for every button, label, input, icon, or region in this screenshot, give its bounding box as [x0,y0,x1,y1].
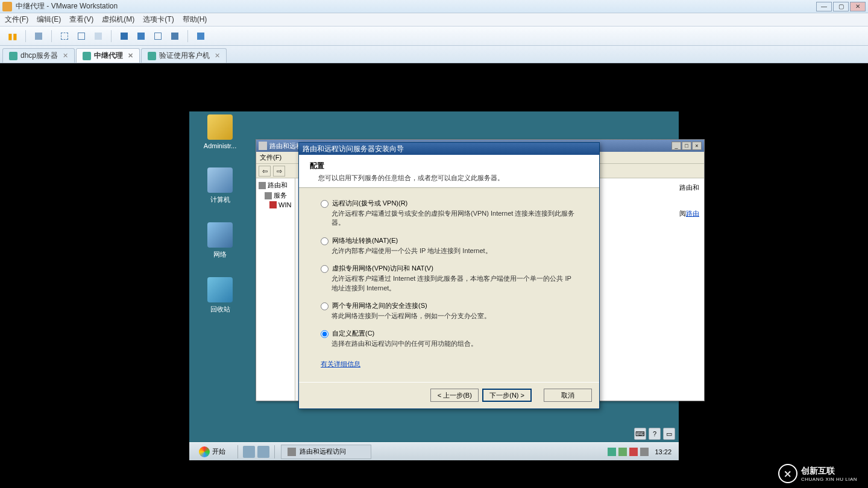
menu-edit[interactable]: 编辑(E) [37,14,61,25]
radio-remote-access[interactable]: 远程访问(拨号或 VPN)(R) [321,199,577,208]
view-fullscreen-icon[interactable] [168,30,181,43]
tab-label: 验证使用客户机 [159,51,210,61]
tab-close-icon[interactable]: ✕ [63,52,68,60]
tab-relay-agent[interactable]: 中继代理 ✕ [76,48,140,63]
tray-security-icon[interactable] [618,448,627,456]
radio-input[interactable] [321,265,329,273]
guest-viewport: Administr... 计算机 网络 回收站 路由和远程 _ [0,63,868,488]
snapshot-icon[interactable] [32,30,45,43]
tree-label: WIN [278,201,291,208]
radio-input[interactable] [321,200,329,208]
desktop-icon-network[interactable]: 网络 [198,222,242,259]
vm-icon [83,52,91,60]
show-desktop-icon[interactable]: ▭ [663,428,675,440]
mmc-routing-link[interactable]: 路由 [686,210,699,217]
wizard-header-desc: 您可以启用下列服务的任意组合，或者您可以自定义此服务器。 [318,174,588,183]
mmc-tree-panel[interactable]: 路由和 服务 WIN [256,178,295,401]
vmware-toolbar: ▮▮ [0,27,868,46]
task-icon [288,448,296,456]
start-button[interactable]: 开始 [193,444,231,460]
desktop-icon-computer[interactable]: 计算机 [198,167,242,204]
radio-label: 网络地址转换(NAT)(E) [332,236,398,245]
guest-desktop[interactable]: Administr... 计算机 网络 回收站 路由和远程 _ [189,111,679,460]
pause-icon[interactable]: ▮▮ [6,30,19,43]
quick-launch [241,446,272,458]
wizard-footer: < 上一步(B) 下一步(N) > 取消 [299,382,599,408]
maximize-button[interactable]: □ [682,142,691,150]
help-icon[interactable]: ? [649,428,661,440]
menu-tabs[interactable]: 选项卡(T) [143,14,174,25]
tray-alert-icon[interactable] [629,448,638,456]
radio-input[interactable] [321,330,329,338]
view-cycle-icon[interactable] [194,30,207,43]
radio-secure-connect[interactable]: 两个专用网络之间的安全连接(S) [321,301,577,310]
tab-close-icon[interactable]: ✕ [215,52,220,60]
view-console-icon[interactable] [118,30,131,43]
minimize-button[interactable]: — [816,2,832,11]
snapshot-manager-icon[interactable] [92,30,105,43]
tab-verify-client[interactable]: 验证使用客户机 ✕ [141,48,227,63]
tree-win[interactable]: WIN [269,201,292,208]
option-remote-access: 远程访问(拨号或 VPN)(R) 允许远程客户端通过拨号或安全的虚拟专用网络(V… [321,199,577,228]
wizard-titlebar[interactable]: 路由和远程访问服务器安装向导 [299,143,599,155]
desktop-icon-administrator[interactable]: Administr... [198,114,242,149]
option-custom: 自定义配置(C) 选择在路由和远程访问中的任何可用功能的组合。 [321,329,577,348]
menu-file[interactable]: 文件(F) [5,14,28,25]
maximize-button[interactable]: ▢ [833,2,849,11]
nav-forward-icon[interactable]: ⇨ [273,166,285,177]
menu-help[interactable]: 帮助(H) [183,14,207,25]
nav-back-icon[interactable]: ⇦ [259,166,271,177]
toolbar-separator [187,30,188,42]
radio-custom[interactable]: 自定义配置(C) [321,329,577,338]
tree-label: 路由和 [268,181,288,190]
mmc-menu-file[interactable]: 文件(F) [260,154,281,161]
brand-watermark: ⤫ 创新互联 CHUANG XIN HU LIAN [778,464,857,483]
menu-view[interactable]: 查看(V) [69,14,93,25]
input-method-icon[interactable]: ⌨ [634,428,646,440]
tree-root-routing[interactable]: 路由和 [259,181,292,190]
task-label: 路由和远程访问 [300,447,346,456]
network-icon [207,222,233,248]
taskbar-clock[interactable]: 13:22 [651,448,675,455]
brand-subtext: CHUANG XIN HU LIAN [801,477,857,482]
guest-corner-icons: ⌨ ? ▭ [634,428,675,440]
desktop-icons-column: Administr... 计算机 网络 回收站 [198,114,247,332]
window-control-group: — ▢ ✕ [816,2,866,11]
tab-dhcp-server[interactable]: dhcp服务器 ✕ [2,48,75,63]
toolbar-separator [111,30,112,42]
desktop-icon-recycle-bin[interactable]: 回收站 [198,277,242,314]
tree-service[interactable]: 服务 [265,191,292,200]
next-button[interactable]: 下一步(N) > [482,389,532,402]
radio-label: 虚拟专用网络(VPN)访问和 NAT(V) [332,264,433,273]
guest-taskbar[interactable]: 开始 路由和远程访问 13:22 [189,442,679,460]
taskbar-task-routing[interactable]: 路由和远程访问 [281,445,371,459]
windows-orb-icon [199,446,210,457]
view-unity-icon[interactable] [134,30,148,43]
taskbar-separator [237,445,238,458]
wizard-body: 远程访问(拨号或 VPN)(R) 允许远程客户端通过拨号或安全的虚拟专用网络(V… [299,188,599,382]
tab-close-icon[interactable]: ✕ [128,52,133,60]
close-button[interactable]: ✕ [850,2,866,11]
more-info-link[interactable]: 有关详细信息 [321,360,360,369]
close-button[interactable]: × [692,142,702,150]
quick-launch-item[interactable] [257,446,269,458]
minimize-button[interactable]: _ [671,142,681,150]
radio-input[interactable] [321,302,329,310]
radio-input[interactable] [321,237,329,245]
menu-vm[interactable]: 虚拟机(M) [102,14,134,25]
vmware-title-text: 中继代理 - VMware Workstation [16,1,816,11]
radio-vpn-nat[interactable]: 虚拟专用网络(VPN)访问和 NAT(V) [321,264,577,273]
view-thumbnail-icon[interactable] [151,30,165,43]
stopped-icon [269,201,277,208]
snapshot-take-icon[interactable] [58,30,71,43]
cancel-button[interactable]: 取消 [544,389,592,402]
tray-volume-icon[interactable] [640,448,649,456]
back-button[interactable]: < 上一步(B) [430,389,479,402]
tray-network-icon[interactable] [608,448,616,456]
vm-icon [148,52,156,60]
toolbar-separator [25,30,26,42]
quick-launch-item[interactable] [243,446,255,458]
start-label: 开始 [212,447,225,456]
snapshot-revert-icon[interactable] [75,30,88,43]
radio-nat[interactable]: 网络地址转换(NAT)(E) [321,236,577,245]
